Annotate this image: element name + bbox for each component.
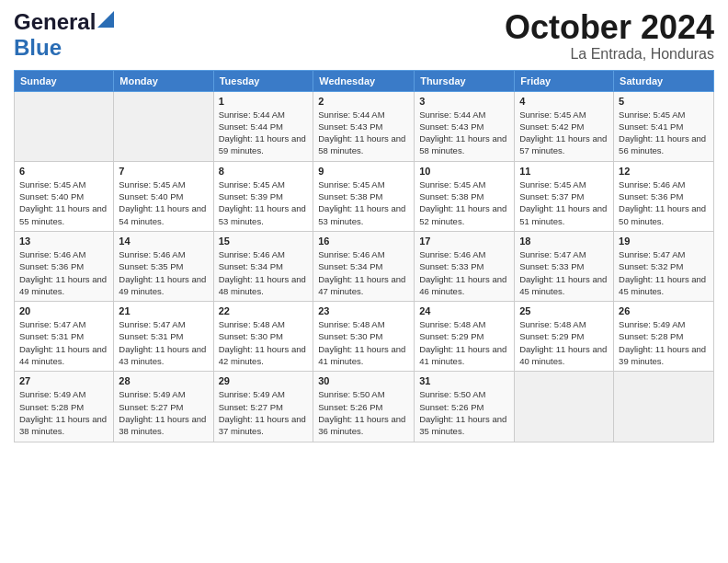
day-info: Sunrise: 5:45 AM Sunset: 5:40 PM Dayligh…: [19, 178, 108, 227]
day-info: Sunrise: 5:49 AM Sunset: 5:28 PM Dayligh…: [619, 318, 709, 367]
table-row: 13Sunrise: 5:46 AM Sunset: 5:36 PM Dayli…: [15, 231, 114, 301]
table-row: 10Sunrise: 5:45 AM Sunset: 5:38 PM Dayli…: [415, 161, 515, 231]
table-row: 29Sunrise: 5:49 AM Sunset: 5:27 PM Dayli…: [213, 372, 313, 442]
day-info: Sunrise: 5:45 AM Sunset: 5:38 PM Dayligh…: [318, 178, 409, 227]
day-info: Sunrise: 5:45 AM Sunset: 5:40 PM Dayligh…: [119, 178, 208, 227]
day-number: 16: [318, 236, 409, 247]
day-number: 23: [318, 305, 409, 316]
table-row: 5Sunrise: 5:45 AM Sunset: 5:41 PM Daylig…: [614, 91, 714, 161]
table-row: 18Sunrise: 5:47 AM Sunset: 5:33 PM Dayli…: [515, 231, 614, 301]
table-row: 25Sunrise: 5:48 AM Sunset: 5:29 PM Dayli…: [515, 302, 614, 372]
table-row: 20Sunrise: 5:47 AM Sunset: 5:31 PM Dayli…: [15, 302, 114, 372]
day-number: 31: [419, 375, 509, 386]
day-number: 29: [219, 375, 309, 386]
day-number: 15: [219, 236, 309, 247]
day-number: 10: [419, 166, 509, 177]
table-row: 8Sunrise: 5:45 AM Sunset: 5:39 PM Daylig…: [213, 161, 313, 231]
table-row: 17Sunrise: 5:46 AM Sunset: 5:33 PM Dayli…: [415, 231, 515, 301]
calendar-table: Sunday Monday Tuesday Wednesday Thursday…: [14, 70, 714, 442]
day-number: 19: [619, 236, 709, 247]
day-number: 24: [419, 305, 509, 316]
table-row: 11Sunrise: 5:45 AM Sunset: 5:37 PM Dayli…: [515, 161, 614, 231]
day-number: 12: [619, 166, 709, 177]
day-info: Sunrise: 5:46 AM Sunset: 5:36 PM Dayligh…: [619, 178, 709, 227]
day-info: Sunrise: 5:49 AM Sunset: 5:27 PM Dayligh…: [119, 388, 208, 437]
day-number: 14: [119, 236, 208, 247]
table-row: 19Sunrise: 5:47 AM Sunset: 5:32 PM Dayli…: [614, 231, 714, 301]
day-number: 11: [519, 166, 609, 177]
day-number: 22: [219, 305, 309, 316]
header-saturday: Saturday: [614, 70, 714, 91]
logo-triangle-icon: [97, 11, 114, 28]
day-info: Sunrise: 5:46 AM Sunset: 5:34 PM Dayligh…: [219, 248, 309, 297]
table-row: 22Sunrise: 5:48 AM Sunset: 5:30 PM Dayli…: [213, 302, 313, 372]
table-row: 23Sunrise: 5:48 AM Sunset: 5:30 PM Dayli…: [313, 302, 415, 372]
day-number: 30: [318, 375, 409, 386]
day-info: Sunrise: 5:48 AM Sunset: 5:30 PM Dayligh…: [318, 318, 409, 367]
table-row: 3Sunrise: 5:44 AM Sunset: 5:43 PM Daylig…: [415, 91, 515, 161]
calendar-body: 1Sunrise: 5:44 AM Sunset: 5:44 PM Daylig…: [15, 91, 714, 442]
day-info: Sunrise: 5:47 AM Sunset: 5:33 PM Dayligh…: [519, 248, 609, 297]
day-info: Sunrise: 5:44 AM Sunset: 5:44 PM Dayligh…: [219, 109, 309, 157]
logo: General Blue: [14, 9, 114, 61]
day-number: 27: [19, 375, 108, 386]
day-number: 1: [219, 96, 309, 107]
table-row: 1Sunrise: 5:44 AM Sunset: 5:44 PM Daylig…: [213, 91, 313, 161]
header-monday: Monday: [114, 70, 213, 91]
day-info: Sunrise: 5:45 AM Sunset: 5:41 PM Dayligh…: [619, 109, 709, 157]
day-number: 4: [519, 96, 609, 107]
table-row: 16Sunrise: 5:46 AM Sunset: 5:34 PM Dayli…: [313, 231, 415, 301]
title-block: October 2024 La Entrada, Honduras: [505, 9, 714, 63]
header: General Blue October 2024 La Entrada, Ho…: [14, 9, 714, 63]
day-info: Sunrise: 5:45 AM Sunset: 5:38 PM Dayligh…: [419, 178, 509, 227]
table-row: 28Sunrise: 5:49 AM Sunset: 5:27 PM Dayli…: [114, 372, 213, 442]
day-number: 8: [219, 166, 309, 177]
day-info: Sunrise: 5:45 AM Sunset: 5:37 PM Dayligh…: [519, 178, 609, 227]
table-row: 9Sunrise: 5:45 AM Sunset: 5:38 PM Daylig…: [313, 161, 415, 231]
day-number: 9: [318, 166, 409, 177]
day-info: Sunrise: 5:46 AM Sunset: 5:34 PM Dayligh…: [318, 248, 409, 297]
day-info: Sunrise: 5:44 AM Sunset: 5:43 PM Dayligh…: [419, 109, 509, 157]
day-info: Sunrise: 5:44 AM Sunset: 5:43 PM Dayligh…: [318, 109, 409, 157]
header-thursday: Thursday: [415, 70, 515, 91]
calendar-header: Sunday Monday Tuesday Wednesday Thursday…: [15, 70, 714, 91]
day-number: 18: [519, 236, 609, 247]
calendar-week-row: 13Sunrise: 5:46 AM Sunset: 5:36 PM Dayli…: [15, 231, 714, 301]
table-row: 21Sunrise: 5:47 AM Sunset: 5:31 PM Dayli…: [114, 302, 213, 372]
calendar-title: October 2024: [505, 9, 714, 46]
header-tuesday: Tuesday: [213, 70, 313, 91]
day-info: Sunrise: 5:48 AM Sunset: 5:30 PM Dayligh…: [219, 318, 309, 367]
table-row: 15Sunrise: 5:46 AM Sunset: 5:34 PM Dayli…: [213, 231, 313, 301]
day-number: 7: [119, 166, 208, 177]
svg-marker-0: [97, 11, 114, 28]
day-info: Sunrise: 5:49 AM Sunset: 5:28 PM Dayligh…: [19, 388, 108, 437]
calendar-week-row: 20Sunrise: 5:47 AM Sunset: 5:31 PM Dayli…: [15, 302, 714, 372]
day-number: 2: [318, 96, 409, 107]
table-row: 26Sunrise: 5:49 AM Sunset: 5:28 PM Dayli…: [614, 302, 714, 372]
day-info: Sunrise: 5:47 AM Sunset: 5:32 PM Dayligh…: [619, 248, 709, 297]
table-row: 14Sunrise: 5:46 AM Sunset: 5:35 PM Dayli…: [114, 231, 213, 301]
day-number: 25: [519, 305, 609, 316]
day-info: Sunrise: 5:46 AM Sunset: 5:33 PM Dayligh…: [419, 248, 509, 297]
table-row: [614, 372, 714, 442]
page: General Blue October 2024 La Entrada, Ho…: [0, 0, 728, 563]
day-number: 26: [619, 305, 709, 316]
day-number: 17: [419, 236, 509, 247]
header-sunday: Sunday: [15, 70, 114, 91]
table-row: 30Sunrise: 5:50 AM Sunset: 5:26 PM Dayli…: [313, 372, 415, 442]
day-number: 21: [119, 305, 208, 316]
table-row: 24Sunrise: 5:48 AM Sunset: 5:29 PM Dayli…: [415, 302, 515, 372]
day-info: Sunrise: 5:48 AM Sunset: 5:29 PM Dayligh…: [419, 318, 509, 367]
day-number: 20: [19, 305, 108, 316]
calendar-week-row: 6Sunrise: 5:45 AM Sunset: 5:40 PM Daylig…: [15, 161, 714, 231]
table-row: 4Sunrise: 5:45 AM Sunset: 5:42 PM Daylig…: [515, 91, 614, 161]
calendar-week-row: 1Sunrise: 5:44 AM Sunset: 5:44 PM Daylig…: [15, 91, 714, 161]
day-number: 13: [19, 236, 108, 247]
day-info: Sunrise: 5:45 AM Sunset: 5:42 PM Dayligh…: [519, 109, 609, 157]
table-row: 12Sunrise: 5:46 AM Sunset: 5:36 PM Dayli…: [614, 161, 714, 231]
day-info: Sunrise: 5:48 AM Sunset: 5:29 PM Dayligh…: [519, 318, 609, 367]
table-row: [114, 91, 213, 161]
calendar-week-row: 27Sunrise: 5:49 AM Sunset: 5:28 PM Dayli…: [15, 372, 714, 442]
table-row: 7Sunrise: 5:45 AM Sunset: 5:40 PM Daylig…: [114, 161, 213, 231]
table-row: 31Sunrise: 5:50 AM Sunset: 5:26 PM Dayli…: [415, 372, 515, 442]
